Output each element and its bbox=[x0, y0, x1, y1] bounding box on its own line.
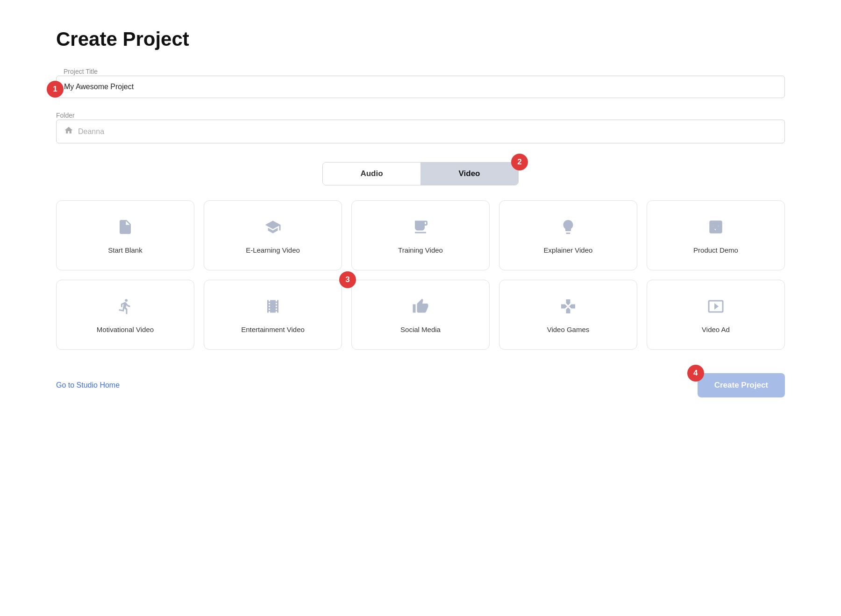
step-badge-2: 2 bbox=[511, 154, 528, 170]
card-start-blank[interactable]: Start Blank bbox=[56, 200, 194, 270]
home-icon bbox=[64, 126, 73, 137]
project-title-label: Project Title bbox=[64, 68, 98, 75]
footer: Go to Studio Home 4 Create Project bbox=[56, 373, 785, 397]
card-label-explainer: Explainer Video bbox=[544, 246, 593, 254]
tab-video[interactable]: Video bbox=[420, 163, 518, 185]
card-video-games[interactable]: Video Games bbox=[499, 280, 637, 350]
social-icon bbox=[412, 298, 429, 317]
card-entertainment-video[interactable]: Entertainment Video bbox=[204, 280, 342, 350]
explainer-icon bbox=[560, 219, 577, 238]
card-video-ad[interactable]: Video Ad bbox=[647, 280, 785, 350]
card-product-demo[interactable]: Product Demo bbox=[647, 200, 785, 270]
page-title: Create Project bbox=[56, 28, 785, 50]
card-label-product-demo: Product Demo bbox=[693, 246, 738, 254]
tab-group: Audio Video bbox=[322, 162, 519, 185]
card-explainer-video[interactable]: Explainer Video bbox=[499, 200, 637, 270]
video-ad-icon bbox=[707, 298, 724, 317]
video-cards-row1: Start Blank E-Learning Video Training Vi… bbox=[56, 200, 785, 270]
card-motivational-video[interactable]: Motivational Video bbox=[56, 280, 194, 350]
folder-value: Deanna bbox=[78, 127, 104, 136]
video-cards-row2: Motivational Video Entertainment Video S… bbox=[56, 280, 785, 350]
step-badge-4: 4 bbox=[687, 365, 704, 382]
folder-label: Folder bbox=[56, 112, 75, 119]
blank-icon bbox=[117, 219, 134, 238]
motivational-icon bbox=[117, 298, 134, 317]
folder-input[interactable]: Deanna bbox=[56, 120, 785, 143]
step-badge-1: 1 bbox=[47, 81, 64, 98]
tab-audio[interactable]: Audio bbox=[323, 163, 420, 185]
card-label-video-games: Video Games bbox=[547, 326, 590, 333]
games-icon bbox=[560, 298, 577, 317]
create-project-button[interactable]: Create Project bbox=[698, 373, 785, 397]
product-demo-icon bbox=[707, 219, 724, 238]
card-label-video-ad: Video Ad bbox=[702, 326, 730, 333]
project-title-input[interactable] bbox=[56, 76, 785, 98]
card-label-elearning: E-Learning Video bbox=[246, 246, 300, 254]
go-home-link[interactable]: Go to Studio Home bbox=[56, 381, 120, 389]
card-label-social-media: Social Media bbox=[400, 326, 441, 333]
card-label-training: Training Video bbox=[398, 246, 443, 254]
card-label-entertainment: Entertainment Video bbox=[241, 326, 305, 333]
entertainment-icon bbox=[264, 298, 281, 317]
card-label-motivational: Motivational Video bbox=[97, 326, 154, 333]
card-elearning-video[interactable]: E-Learning Video bbox=[204, 200, 342, 270]
card-training-video[interactable]: Training Video bbox=[351, 200, 490, 270]
training-icon bbox=[412, 219, 429, 238]
elearning-icon bbox=[264, 219, 281, 238]
step-badge-3: 3 bbox=[339, 271, 356, 288]
card-social-media[interactable]: Social Media bbox=[351, 280, 490, 350]
card-label-start-blank: Start Blank bbox=[108, 246, 142, 254]
